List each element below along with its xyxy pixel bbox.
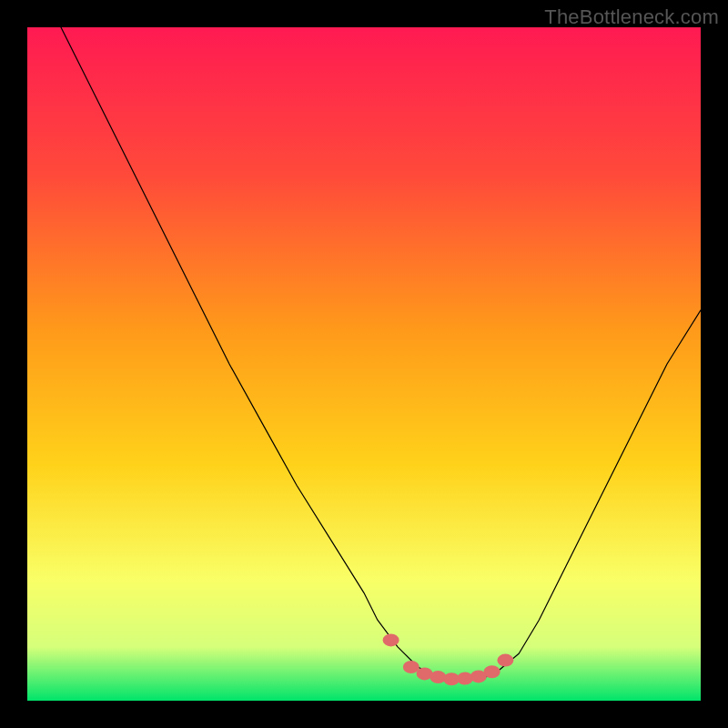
minimum-marker bbox=[383, 633, 399, 646]
watermark-text: TheBottleneck.com bbox=[544, 5, 719, 29]
plot-area bbox=[27, 27, 701, 701]
minimum-marker bbox=[403, 661, 420, 673]
chart-svg bbox=[27, 27, 701, 701]
minimum-marker bbox=[497, 654, 513, 667]
chart-stage: TheBottleneck.com bbox=[0, 0, 728, 728]
gradient-background bbox=[27, 27, 701, 701]
minimum-marker bbox=[484, 665, 500, 678]
